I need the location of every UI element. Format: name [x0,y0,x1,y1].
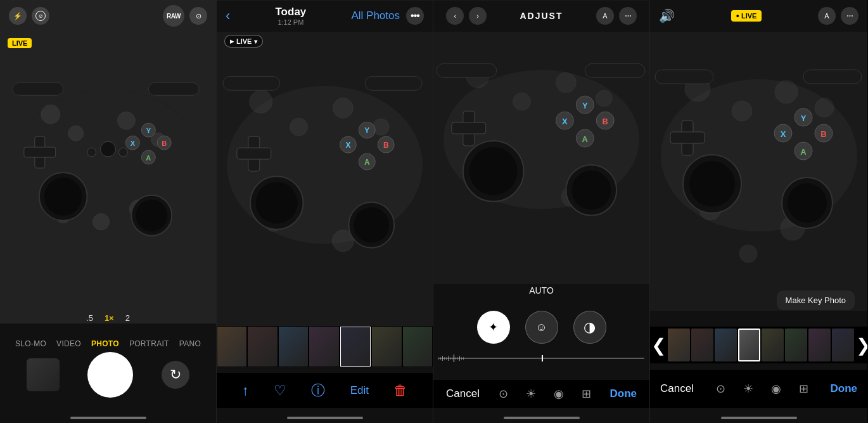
bw-tool[interactable]: ◑ [573,311,606,344]
svg-point-14 [136,200,167,231]
adjust-top-bar: ‹ › ADJUST A ··· [433,0,649,32]
adjust-title: ADJUST [520,11,563,21]
favorite-button[interactable]: ♡ [274,382,286,399]
svg-point-28 [87,148,96,157]
shutter-button[interactable] [87,352,133,398]
live-photo-badge[interactable]: ▶ LIVE ▾ [224,35,263,48]
strip-right-bracket: ❯ [855,335,867,356]
strip-thumb-7[interactable] [403,327,432,367]
more-button[interactable]: ··· [619,7,637,25]
svg-point-81 [732,101,752,121]
face-tool[interactable]: ☺ [525,311,558,344]
svg-text:Y: Y [582,101,588,110]
zoom-1x[interactable]: 1× [105,313,114,323]
live-photo-icon[interactable]: ⊙ [499,387,508,401]
svg-text:Y: Y [801,114,807,123]
strip-thumb-4[interactable] [309,327,338,367]
last-photo-thumb[interactable] [27,358,60,391]
svg-point-33 [290,118,308,136]
svg-rect-102 [670,132,705,143]
adjustment-slider[interactable] [433,352,649,365]
cancel-button[interactable]: Cancel [660,382,694,395]
svg-text:A: A [364,158,370,167]
crop-icon[interactable]: ⊞ [582,387,591,401]
live-icon[interactable]: ⊘ [32,7,49,25]
all-photos-link[interactable]: All Photos [351,10,400,22]
edit-button[interactable]: Edit [350,384,369,397]
key-photo-top-bar: 🔊 ● LIVE A ··· [650,0,867,32]
svg-point-35 [373,119,389,135]
svg-point-27 [101,141,116,157]
brightness-icon[interactable]: ☀ [526,387,536,401]
live-photo-icon[interactable]: ⊙ [716,382,725,396]
zoom-05[interactable]: .5 [86,313,93,323]
delete-button[interactable]: 🗑 [393,382,407,399]
cancel-button[interactable]: Cancel [446,387,480,400]
strip-thumb-5[interactable] [340,327,371,367]
svg-rect-99 [655,70,713,84]
strip-frame-2[interactable] [691,329,713,361]
portrait-icon[interactable]: ◉ [771,382,781,396]
svg-text:B: B [603,117,608,126]
speaker-icon[interactable]: 🔊 [659,8,675,23]
svg-point-32 [250,90,272,113]
camera-top-bar: ⚡ ⊘ RAW ⊙ [0,0,216,32]
svg-rect-100 [803,70,862,84]
strip-thumb-1[interactable] [217,327,246,367]
strip-frame-6[interactable] [785,329,807,361]
share-button[interactable]: ↑ [242,382,249,399]
svg-text:Y: Y [364,126,369,135]
done-button[interactable]: Done [830,382,857,395]
back-button[interactable]: ‹ [226,8,230,24]
flip-camera-button[interactable]: ↻ [162,361,189,389]
strip-frame-1[interactable] [668,329,690,361]
crop-icon[interactable]: ⊞ [799,382,808,396]
mode-photo[interactable]: PHOTO [91,339,119,348]
redo-button[interactable]: › [469,7,487,25]
a-button[interactable]: A [596,7,614,25]
more-button[interactable]: ··· [841,7,858,25]
photo-full-image: Y B X A [217,0,433,341]
svg-rect-26 [148,82,199,95]
zoom-controls: .5 1× 2 [0,313,216,323]
mode-video[interactable]: VIDEO [56,339,81,348]
strip-frame-8[interactable] [832,329,854,361]
photos-panel: Y B X A ‹ Today 1:12 PM All Photos ••• [217,0,433,423]
brightness-icon[interactable]: ☀ [743,382,753,396]
mode-portrait[interactable]: PORTRAIT [129,339,169,348]
done-button[interactable]: Done [610,387,637,400]
settings-icon[interactable]: ⊙ [189,7,207,25]
live-badge[interactable]: ● LIVE [731,10,762,22]
raw-button[interactable]: RAW [163,5,184,27]
zoom-2x[interactable]: 2 [125,313,130,323]
flash-icon[interactable]: ⚡ [9,7,27,25]
live-badge: LIVE [8,38,32,48]
bottom-tool-icons: ⊙ ☀ ◉ ⊞ [716,382,808,396]
svg-rect-16 [24,147,56,157]
strip-thumb-3[interactable] [279,327,308,367]
svg-rect-53 [237,148,271,159]
live-photo-strip: ❮ ❯ [650,327,867,363]
adjust-photo-view: Y B X A [433,0,649,283]
strip-thumb-2[interactable] [248,327,277,367]
strip-thumb-6[interactable] [372,327,401,367]
svg-point-4 [41,105,60,124]
portrait-icon[interactable]: ◉ [554,387,564,401]
camera-panel: Y B X A ⚡ ⊘ RAW [0,0,217,423]
strip-frame-7[interactable] [808,329,831,361]
a-icon[interactable]: A [818,7,836,25]
photo-action-bar: ↑ ♡ ⓘ Edit 🗑 [217,373,433,408]
strip-frame-5[interactable] [762,329,784,361]
svg-rect-25 [13,82,63,95]
strip-frame-3[interactable] [715,329,737,361]
undo-button[interactable]: ‹ [446,7,464,25]
home-indicator [504,417,580,419]
controller-image: Y B X A [0,0,216,323]
strip-frame-4-selected[interactable] [738,329,760,361]
mode-pano[interactable]: PANO [179,339,201,348]
auto-enhance-tool[interactable]: ✦ [477,311,510,344]
svg-point-39 [256,182,298,224]
more-button[interactable]: ••• [406,7,424,25]
info-button[interactable]: ⓘ [311,381,325,400]
mode-slomo[interactable]: SLO-MO [15,339,46,348]
